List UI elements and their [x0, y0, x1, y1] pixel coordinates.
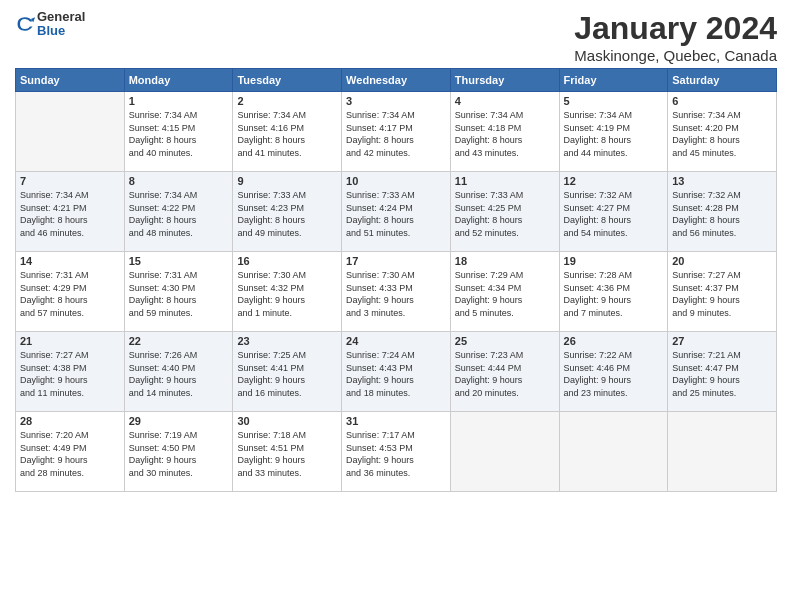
day-number: 14 [20, 255, 120, 267]
calendar-cell: 24Sunrise: 7:24 AM Sunset: 4:43 PM Dayli… [342, 332, 451, 412]
day-info: Sunrise: 7:29 AM Sunset: 4:34 PM Dayligh… [455, 269, 555, 319]
logo-line1: General [37, 10, 85, 24]
weekday-header-friday: Friday [559, 69, 668, 92]
day-number: 7 [20, 175, 120, 187]
calendar-cell: 25Sunrise: 7:23 AM Sunset: 4:44 PM Dayli… [450, 332, 559, 412]
weekday-header-monday: Monday [124, 69, 233, 92]
day-number: 17 [346, 255, 446, 267]
day-info: Sunrise: 7:33 AM Sunset: 4:23 PM Dayligh… [237, 189, 337, 239]
subtitle: Maskinonge, Quebec, Canada [574, 47, 777, 64]
day-number: 31 [346, 415, 446, 427]
day-info: Sunrise: 7:31 AM Sunset: 4:30 PM Dayligh… [129, 269, 229, 319]
calendar-week-3: 14Sunrise: 7:31 AM Sunset: 4:29 PM Dayli… [16, 252, 777, 332]
weekday-header-tuesday: Tuesday [233, 69, 342, 92]
calendar-week-1: 1Sunrise: 7:34 AM Sunset: 4:15 PM Daylig… [16, 92, 777, 172]
day-number: 8 [129, 175, 229, 187]
day-number: 19 [564, 255, 664, 267]
main-title: January 2024 [574, 10, 777, 47]
day-info: Sunrise: 7:27 AM Sunset: 4:37 PM Dayligh… [672, 269, 772, 319]
day-number: 9 [237, 175, 337, 187]
day-info: Sunrise: 7:23 AM Sunset: 4:44 PM Dayligh… [455, 349, 555, 399]
calendar-cell: 16Sunrise: 7:30 AM Sunset: 4:32 PM Dayli… [233, 252, 342, 332]
day-info: Sunrise: 7:34 AM Sunset: 4:18 PM Dayligh… [455, 109, 555, 159]
calendar-cell: 22Sunrise: 7:26 AM Sunset: 4:40 PM Dayli… [124, 332, 233, 412]
day-info: Sunrise: 7:21 AM Sunset: 4:47 PM Dayligh… [672, 349, 772, 399]
day-info: Sunrise: 7:28 AM Sunset: 4:36 PM Dayligh… [564, 269, 664, 319]
weekday-header-thursday: Thursday [450, 69, 559, 92]
calendar-cell: 5Sunrise: 7:34 AM Sunset: 4:19 PM Daylig… [559, 92, 668, 172]
day-number: 13 [672, 175, 772, 187]
calendar-week-5: 28Sunrise: 7:20 AM Sunset: 4:49 PM Dayli… [16, 412, 777, 492]
day-info: Sunrise: 7:33 AM Sunset: 4:24 PM Dayligh… [346, 189, 446, 239]
day-number: 20 [672, 255, 772, 267]
day-number: 23 [237, 335, 337, 347]
day-info: Sunrise: 7:34 AM Sunset: 4:19 PM Dayligh… [564, 109, 664, 159]
calendar-cell: 6Sunrise: 7:34 AM Sunset: 4:20 PM Daylig… [668, 92, 777, 172]
day-number: 10 [346, 175, 446, 187]
day-info: Sunrise: 7:34 AM Sunset: 4:20 PM Dayligh… [672, 109, 772, 159]
day-info: Sunrise: 7:27 AM Sunset: 4:38 PM Dayligh… [20, 349, 120, 399]
calendar-cell: 21Sunrise: 7:27 AM Sunset: 4:38 PM Dayli… [16, 332, 125, 412]
calendar-cell: 11Sunrise: 7:33 AM Sunset: 4:25 PM Dayli… [450, 172, 559, 252]
day-info: Sunrise: 7:32 AM Sunset: 4:28 PM Dayligh… [672, 189, 772, 239]
day-number: 29 [129, 415, 229, 427]
calendar-table: SundayMondayTuesdayWednesdayThursdayFrid… [15, 68, 777, 492]
calendar-cell: 9Sunrise: 7:33 AM Sunset: 4:23 PM Daylig… [233, 172, 342, 252]
weekday-header-saturday: Saturday [668, 69, 777, 92]
calendar-cell: 14Sunrise: 7:31 AM Sunset: 4:29 PM Dayli… [16, 252, 125, 332]
day-info: Sunrise: 7:17 AM Sunset: 4:53 PM Dayligh… [346, 429, 446, 479]
calendar-body: 1Sunrise: 7:34 AM Sunset: 4:15 PM Daylig… [16, 92, 777, 492]
calendar-cell: 26Sunrise: 7:22 AM Sunset: 4:46 PM Dayli… [559, 332, 668, 412]
calendar-cell: 29Sunrise: 7:19 AM Sunset: 4:50 PM Dayli… [124, 412, 233, 492]
weekday-header-row: SundayMondayTuesdayWednesdayThursdayFrid… [16, 69, 777, 92]
calendar-cell [559, 412, 668, 492]
logo: General Blue [15, 10, 85, 39]
day-info: Sunrise: 7:18 AM Sunset: 4:51 PM Dayligh… [237, 429, 337, 479]
calendar-cell: 7Sunrise: 7:34 AM Sunset: 4:21 PM Daylig… [16, 172, 125, 252]
day-number: 11 [455, 175, 555, 187]
day-number: 27 [672, 335, 772, 347]
calendar-cell: 3Sunrise: 7:34 AM Sunset: 4:17 PM Daylig… [342, 92, 451, 172]
day-info: Sunrise: 7:34 AM Sunset: 4:17 PM Dayligh… [346, 109, 446, 159]
page-container: General Blue January 2024 Maskinonge, Qu… [0, 0, 792, 502]
day-number: 21 [20, 335, 120, 347]
day-number: 22 [129, 335, 229, 347]
calendar-cell: 15Sunrise: 7:31 AM Sunset: 4:30 PM Dayli… [124, 252, 233, 332]
day-info: Sunrise: 7:30 AM Sunset: 4:32 PM Dayligh… [237, 269, 337, 319]
calendar-cell: 18Sunrise: 7:29 AM Sunset: 4:34 PM Dayli… [450, 252, 559, 332]
calendar-cell: 10Sunrise: 7:33 AM Sunset: 4:24 PM Dayli… [342, 172, 451, 252]
weekday-header-wednesday: Wednesday [342, 69, 451, 92]
day-number: 25 [455, 335, 555, 347]
day-number: 2 [237, 95, 337, 107]
calendar-cell: 4Sunrise: 7:34 AM Sunset: 4:18 PM Daylig… [450, 92, 559, 172]
calendar-cell: 2Sunrise: 7:34 AM Sunset: 4:16 PM Daylig… [233, 92, 342, 172]
calendar-cell [16, 92, 125, 172]
day-number: 26 [564, 335, 664, 347]
calendar-week-2: 7Sunrise: 7:34 AM Sunset: 4:21 PM Daylig… [16, 172, 777, 252]
logo-text: General Blue [37, 10, 85, 39]
logo-icon [15, 14, 35, 34]
day-info: Sunrise: 7:25 AM Sunset: 4:41 PM Dayligh… [237, 349, 337, 399]
calendar-cell: 27Sunrise: 7:21 AM Sunset: 4:47 PM Dayli… [668, 332, 777, 412]
day-number: 4 [455, 95, 555, 107]
day-info: Sunrise: 7:32 AM Sunset: 4:27 PM Dayligh… [564, 189, 664, 239]
day-info: Sunrise: 7:34 AM Sunset: 4:21 PM Dayligh… [20, 189, 120, 239]
calendar-cell [668, 412, 777, 492]
calendar-cell: 17Sunrise: 7:30 AM Sunset: 4:33 PM Dayli… [342, 252, 451, 332]
calendar-cell: 12Sunrise: 7:32 AM Sunset: 4:27 PM Dayli… [559, 172, 668, 252]
day-number: 28 [20, 415, 120, 427]
calendar-week-4: 21Sunrise: 7:27 AM Sunset: 4:38 PM Dayli… [16, 332, 777, 412]
calendar-cell: 28Sunrise: 7:20 AM Sunset: 4:49 PM Dayli… [16, 412, 125, 492]
calendar-header: SundayMondayTuesdayWednesdayThursdayFrid… [16, 69, 777, 92]
day-info: Sunrise: 7:22 AM Sunset: 4:46 PM Dayligh… [564, 349, 664, 399]
day-info: Sunrise: 7:20 AM Sunset: 4:49 PM Dayligh… [20, 429, 120, 479]
day-info: Sunrise: 7:19 AM Sunset: 4:50 PM Dayligh… [129, 429, 229, 479]
weekday-header-sunday: Sunday [16, 69, 125, 92]
day-info: Sunrise: 7:34 AM Sunset: 4:22 PM Dayligh… [129, 189, 229, 239]
day-info: Sunrise: 7:26 AM Sunset: 4:40 PM Dayligh… [129, 349, 229, 399]
day-number: 15 [129, 255, 229, 267]
day-number: 12 [564, 175, 664, 187]
day-number: 6 [672, 95, 772, 107]
day-number: 1 [129, 95, 229, 107]
day-number: 5 [564, 95, 664, 107]
